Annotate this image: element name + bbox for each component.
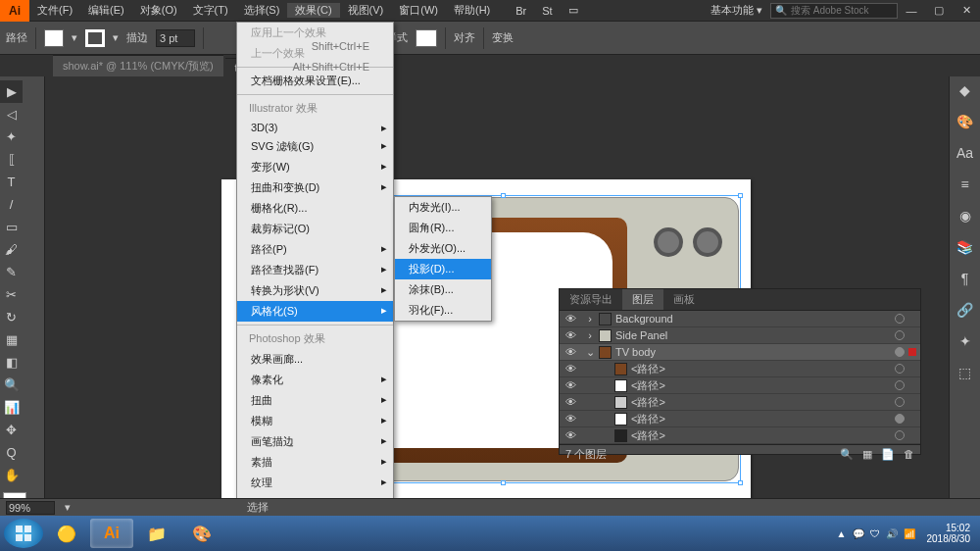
tool-0[interactable]: ▶ bbox=[0, 80, 23, 103]
menu-item[interactable]: 内发光(I)... bbox=[395, 197, 491, 218]
layer-row[interactable]: 👁<路径> bbox=[560, 361, 920, 377]
maximize-icon[interactable]: ▢ bbox=[925, 4, 953, 17]
menu-item[interactable]: 扭曲和变换(D)▸ bbox=[237, 177, 393, 198]
menu-item[interactable]: 栅格化(R)... bbox=[237, 198, 393, 219]
zoom-input[interactable] bbox=[6, 501, 55, 515]
layer-row[interactable]: 👁⌄TV body bbox=[560, 344, 920, 361]
visibility-icon[interactable]: 👁 bbox=[564, 329, 577, 341]
menu-item[interactable]: 变形(W)▸ bbox=[237, 157, 393, 177]
target-icon[interactable] bbox=[895, 330, 905, 340]
target-icon[interactable] bbox=[895, 380, 905, 390]
menu-item[interactable]: 3D(3)▸ bbox=[237, 119, 393, 136]
menu-item[interactable]: 圆角(R)... bbox=[395, 218, 491, 238]
panel-tab[interactable]: 画板 bbox=[663, 289, 705, 310]
menu-item[interactable]: 像素化▸ bbox=[237, 370, 393, 390]
tool-17[interactable]: ✋ bbox=[0, 464, 23, 486]
dock-icon[interactable]: ◉ bbox=[956, 206, 975, 225]
taskbar-app[interactable]: 🎨 bbox=[180, 519, 223, 548]
menu-item[interactable]: 风格化(S)▸ bbox=[237, 301, 393, 322]
tool-12[interactable]: ◧ bbox=[0, 351, 23, 374]
clock[interactable]: 15:022018/8/30 bbox=[921, 523, 977, 544]
menu-item[interactable]: 路径(P)▸ bbox=[237, 239, 393, 260]
menu-item[interactable]: 画笔描边▸ bbox=[237, 431, 393, 452]
dock-icon[interactable]: ≡ bbox=[956, 175, 975, 194]
menu-6[interactable]: 视图(V) bbox=[340, 3, 392, 18]
delete-layer-icon[interactable]: 🗑 bbox=[904, 448, 914, 460]
titlebar-icon[interactable]: Br bbox=[508, 5, 534, 17]
dock-icon[interactable]: Aa bbox=[956, 143, 975, 163]
dock-icon[interactable]: ◆ bbox=[956, 80, 975, 100]
menu-item[interactable]: 涂抹(B)... bbox=[395, 279, 491, 300]
fill-swatch[interactable] bbox=[44, 29, 64, 47]
visibility-icon[interactable]: 👁 bbox=[564, 346, 577, 358]
menu-7[interactable]: 窗口(W) bbox=[391, 3, 446, 18]
dock-icon[interactable]: ✦ bbox=[956, 331, 975, 351]
menu-item[interactable]: 羽化(F)... bbox=[395, 300, 491, 321]
visibility-icon[interactable]: 👁 bbox=[564, 313, 577, 325]
layer-row[interactable]: 👁<路径> bbox=[560, 377, 920, 394]
tool-11[interactable]: ▦ bbox=[0, 328, 23, 351]
stylize-submenu[interactable]: 内发光(I)...圆角(R)...外发光(O)...投影(D)...涂抹(B).… bbox=[394, 196, 492, 322]
layer-row[interactable]: 👁<路径> bbox=[560, 411, 920, 427]
tool-1[interactable]: ◁ bbox=[0, 103, 23, 125]
layer-row[interactable]: 👁›Side Panel bbox=[560, 327, 920, 344]
tool-14[interactable]: 📊 bbox=[0, 396, 23, 419]
visibility-icon[interactable]: 👁 bbox=[564, 379, 577, 391]
tool-5[interactable]: / bbox=[0, 193, 23, 216]
menu-item[interactable]: 扭曲▸ bbox=[237, 390, 393, 411]
menu-item[interactable]: 素描▸ bbox=[237, 452, 393, 473]
layer-row[interactable]: 👁›Background bbox=[560, 311, 920, 327]
menu-item[interactable]: SVG 滤镜(G)▸ bbox=[237, 136, 393, 157]
system-tray[interactable]: ▲💬🛡🔊📶 15:022018/8/30 bbox=[837, 523, 976, 544]
stroke-swatch[interactable] bbox=[85, 29, 105, 47]
taskbar-app[interactable]: 🟡 bbox=[45, 519, 88, 548]
tool-4[interactable]: T bbox=[0, 171, 23, 193]
align-label[interactable]: 对齐 bbox=[454, 30, 475, 45]
target-icon[interactable] bbox=[895, 397, 905, 407]
target-icon[interactable] bbox=[895, 430, 905, 440]
visibility-icon[interactable]: 👁 bbox=[564, 429, 577, 441]
menu-item[interactable]: 效果画廊... bbox=[237, 349, 393, 370]
close-icon[interactable]: ✕ bbox=[953, 4, 980, 17]
layer-row[interactable]: 👁<路径> bbox=[560, 427, 920, 444]
menu-8[interactable]: 帮助(H) bbox=[446, 3, 498, 18]
target-icon[interactable] bbox=[895, 414, 905, 424]
taskbar-app[interactable]: 📁 bbox=[135, 519, 178, 548]
dock-icon[interactable]: ¶ bbox=[956, 269, 975, 288]
menu-1[interactable]: 编辑(E) bbox=[80, 3, 132, 18]
dock-icon[interactable]: ⬚ bbox=[956, 363, 975, 382]
tool-10[interactable]: ↻ bbox=[0, 306, 23, 328]
dock-icon[interactable]: 🎨 bbox=[956, 112, 975, 131]
tool-8[interactable]: ✎ bbox=[0, 261, 23, 283]
tool-2[interactable]: ✦ bbox=[0, 125, 23, 148]
stock-search[interactable]: 🔍 搜索 Adobe Stock bbox=[770, 3, 898, 19]
tool-9[interactable]: ✂ bbox=[0, 283, 23, 306]
menu-4[interactable]: 选择(S) bbox=[236, 3, 288, 18]
menu-3[interactable]: 文字(T) bbox=[185, 3, 236, 18]
dock-icon[interactable]: 📚 bbox=[956, 237, 975, 257]
tool-15[interactable]: ✥ bbox=[0, 419, 23, 441]
minimize-icon[interactable]: — bbox=[898, 5, 925, 17]
target-icon[interactable] bbox=[895, 347, 905, 357]
style-swatch[interactable] bbox=[416, 29, 437, 47]
titlebar-icon[interactable]: St bbox=[534, 5, 560, 17]
workspace-switcher[interactable]: 基本功能 ▾ bbox=[703, 3, 770, 18]
menu-item[interactable]: 纹理▸ bbox=[237, 473, 393, 493]
tool-13[interactable]: 🔍 bbox=[0, 374, 23, 396]
menu-2[interactable]: 对象(O) bbox=[132, 3, 185, 18]
new-sublayer-icon[interactable]: ▦ bbox=[862, 448, 872, 460]
titlebar-icon[interactable]: ▭ bbox=[561, 4, 586, 17]
transform-label[interactable]: 变换 bbox=[492, 30, 514, 45]
dock-icon[interactable]: 🔗 bbox=[956, 300, 975, 320]
tool-3[interactable]: ⟦ bbox=[0, 148, 23, 171]
panel-tab[interactable]: 图层 bbox=[622, 289, 663, 310]
menu-item[interactable]: 模糊▸ bbox=[237, 411, 393, 431]
new-layer-icon[interactable]: 📄 bbox=[881, 448, 895, 460]
visibility-icon[interactable]: 👁 bbox=[564, 413, 577, 425]
layers-panel[interactable]: 资源导出图层画板 👁›Background👁›Side Panel👁⌄TV bo… bbox=[559, 288, 921, 455]
menu-item[interactable]: 文档栅格效果设置(E)... bbox=[237, 71, 393, 91]
panel-tab[interactable]: 资源导出 bbox=[560, 289, 622, 310]
target-icon[interactable] bbox=[895, 364, 905, 374]
menu-item[interactable]: 外发光(O)... bbox=[395, 238, 491, 259]
taskbar-app-illustrator[interactable]: Ai bbox=[90, 519, 133, 548]
